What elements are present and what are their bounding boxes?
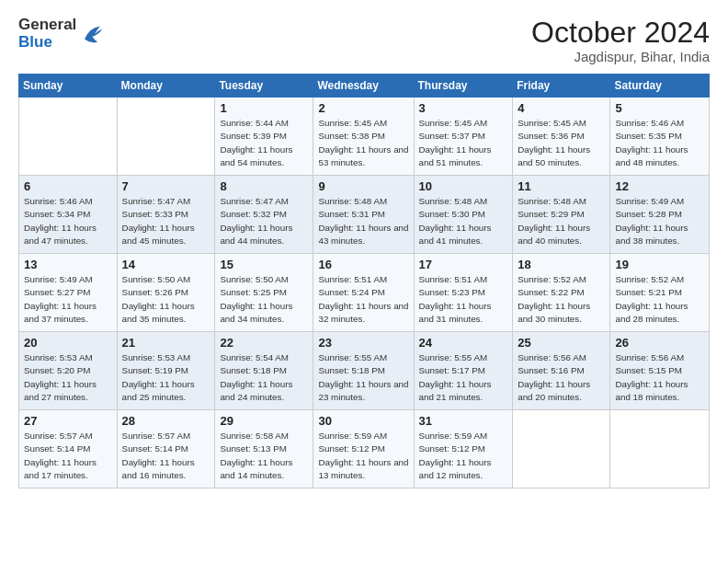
title-block: October 2024 Jagdispur, Bihar, India (531, 17, 710, 64)
day-number: 24 (419, 336, 508, 350)
calendar-cell: 19Sunrise: 5:52 AM Sunset: 5:21 PM Dayli… (610, 254, 710, 332)
day-info: Sunrise: 5:55 AM Sunset: 5:18 PM Dayligh… (318, 351, 408, 404)
day-number: 2 (318, 101, 408, 115)
logo-bird-icon (78, 21, 104, 47)
day-number: 19 (615, 258, 704, 271)
day-info: Sunrise: 5:51 AM Sunset: 5:23 PM Dayligh… (419, 273, 508, 326)
col-saturday: Saturday (610, 75, 710, 98)
day-info: Sunrise: 5:54 AM Sunset: 5:18 PM Dayligh… (220, 351, 308, 404)
day-info: Sunrise: 5:48 AM Sunset: 5:31 PM Dayligh… (318, 195, 408, 247)
day-info: Sunrise: 5:57 AM Sunset: 5:14 PM Dayligh… (24, 430, 112, 482)
day-info: Sunrise: 5:45 AM Sunset: 5:38 PM Dayligh… (318, 117, 408, 169)
col-tuesday: Tuesday (215, 75, 313, 98)
day-info: Sunrise: 5:59 AM Sunset: 5:12 PM Dayligh… (419, 430, 508, 482)
day-info: Sunrise: 5:49 AM Sunset: 5:28 PM Dayligh… (615, 195, 704, 247)
day-number: 1 (220, 101, 308, 115)
day-info: Sunrise: 5:48 AM Sunset: 5:30 PM Dayligh… (419, 195, 508, 247)
calendar-cell (513, 410, 610, 488)
calendar-cell: 3Sunrise: 5:45 AM Sunset: 5:37 PM Daylig… (414, 98, 513, 176)
day-info: Sunrise: 5:48 AM Sunset: 5:29 PM Dayligh… (518, 195, 605, 247)
week-row-3: 13Sunrise: 5:49 AM Sunset: 5:27 PM Dayli… (19, 254, 710, 332)
calendar-cell: 26Sunrise: 5:56 AM Sunset: 5:15 PM Dayli… (610, 332, 710, 410)
header: General Blue October 2024 Jagdispur, Bih… (18, 17, 710, 64)
calendar-cell: 1Sunrise: 5:44 AM Sunset: 5:39 PM Daylig… (215, 98, 313, 176)
day-number: 5 (615, 101, 704, 115)
day-info: Sunrise: 5:52 AM Sunset: 5:21 PM Dayligh… (615, 273, 704, 326)
day-info: Sunrise: 5:55 AM Sunset: 5:17 PM Dayligh… (419, 351, 508, 404)
day-info: Sunrise: 5:45 AM Sunset: 5:37 PM Dayligh… (419, 117, 508, 169)
week-row-5: 27Sunrise: 5:57 AM Sunset: 5:14 PM Dayli… (19, 410, 710, 488)
day-info: Sunrise: 5:46 AM Sunset: 5:35 PM Dayligh… (615, 117, 704, 169)
page: General Blue October 2024 Jagdispur, Bih… (0, 0, 728, 563)
calendar-cell: 5Sunrise: 5:46 AM Sunset: 5:35 PM Daylig… (610, 98, 710, 176)
day-number: 17 (419, 258, 508, 271)
day-number: 31 (419, 414, 508, 428)
day-info: Sunrise: 5:57 AM Sunset: 5:14 PM Dayligh… (122, 430, 210, 482)
day-info: Sunrise: 5:52 AM Sunset: 5:22 PM Dayligh… (518, 273, 605, 326)
day-info: Sunrise: 5:45 AM Sunset: 5:36 PM Dayligh… (518, 117, 605, 169)
day-number: 18 (518, 258, 605, 271)
location: Jagdispur, Bihar, India (531, 49, 710, 64)
day-number: 25 (518, 336, 605, 350)
calendar-cell: 30Sunrise: 5:59 AM Sunset: 5:12 PM Dayli… (313, 410, 414, 488)
logo-general-text: General (18, 17, 76, 34)
calendar-cell: 14Sunrise: 5:50 AM Sunset: 5:26 PM Dayli… (117, 254, 215, 332)
day-number: 6 (24, 179, 112, 193)
day-number: 23 (318, 336, 408, 350)
calendar-cell: 4Sunrise: 5:45 AM Sunset: 5:36 PM Daylig… (513, 98, 610, 176)
calendar-cell: 20Sunrise: 5:53 AM Sunset: 5:20 PM Dayli… (19, 332, 118, 410)
day-number: 3 (419, 101, 508, 115)
calendar-cell: 6Sunrise: 5:46 AM Sunset: 5:34 PM Daylig… (19, 176, 118, 254)
day-info: Sunrise: 5:56 AM Sunset: 5:15 PM Dayligh… (615, 351, 704, 404)
day-number: 20 (24, 336, 112, 350)
day-number: 26 (615, 336, 704, 350)
day-info: Sunrise: 5:46 AM Sunset: 5:34 PM Dayligh… (24, 195, 112, 247)
day-number: 10 (419, 179, 508, 193)
calendar-cell: 13Sunrise: 5:49 AM Sunset: 5:27 PM Dayli… (19, 254, 118, 332)
calendar-cell: 17Sunrise: 5:51 AM Sunset: 5:23 PM Dayli… (414, 254, 513, 332)
day-info: Sunrise: 5:53 AM Sunset: 5:19 PM Dayligh… (122, 351, 210, 404)
day-number: 11 (518, 179, 605, 193)
calendar-cell: 7Sunrise: 5:47 AM Sunset: 5:33 PM Daylig… (117, 176, 215, 254)
calendar-cell: 29Sunrise: 5:58 AM Sunset: 5:13 PM Dayli… (215, 410, 313, 488)
week-row-4: 20Sunrise: 5:53 AM Sunset: 5:20 PM Dayli… (19, 332, 710, 410)
day-number: 9 (318, 179, 408, 193)
calendar-cell (19, 98, 118, 176)
day-info: Sunrise: 5:58 AM Sunset: 5:13 PM Dayligh… (220, 430, 308, 482)
week-row-2: 6Sunrise: 5:46 AM Sunset: 5:34 PM Daylig… (19, 176, 710, 254)
calendar-cell: 24Sunrise: 5:55 AM Sunset: 5:17 PM Dayli… (414, 332, 513, 410)
day-info: Sunrise: 5:47 AM Sunset: 5:32 PM Dayligh… (220, 195, 308, 247)
calendar-cell: 31Sunrise: 5:59 AM Sunset: 5:12 PM Dayli… (414, 410, 513, 488)
calendar-cell: 11Sunrise: 5:48 AM Sunset: 5:29 PM Dayli… (513, 176, 610, 254)
calendar-cell: 8Sunrise: 5:47 AM Sunset: 5:32 PM Daylig… (215, 176, 313, 254)
day-info: Sunrise: 5:51 AM Sunset: 5:24 PM Dayligh… (318, 273, 408, 326)
col-monday: Monday (117, 75, 215, 98)
day-info: Sunrise: 5:50 AM Sunset: 5:25 PM Dayligh… (220, 273, 308, 326)
calendar-cell (610, 410, 710, 488)
calendar-cell (117, 98, 215, 176)
day-number: 28 (122, 414, 210, 428)
day-number: 29 (220, 414, 308, 428)
day-number: 14 (122, 258, 210, 271)
col-thursday: Thursday (414, 75, 513, 98)
calendar-cell: 18Sunrise: 5:52 AM Sunset: 5:22 PM Dayli… (513, 254, 610, 332)
day-info: Sunrise: 5:56 AM Sunset: 5:16 PM Dayligh… (518, 351, 605, 404)
day-number: 8 (220, 179, 308, 193)
calendar-cell: 27Sunrise: 5:57 AM Sunset: 5:14 PM Dayli… (19, 410, 118, 488)
day-info: Sunrise: 5:44 AM Sunset: 5:39 PM Dayligh… (220, 117, 308, 169)
calendar-cell: 2Sunrise: 5:45 AM Sunset: 5:38 PM Daylig… (313, 98, 414, 176)
day-number: 13 (24, 258, 112, 271)
day-number: 21 (122, 336, 210, 350)
calendar-table: Sunday Monday Tuesday Wednesday Thursday… (18, 74, 710, 488)
day-info: Sunrise: 5:50 AM Sunset: 5:26 PM Dayligh… (122, 273, 210, 326)
day-info: Sunrise: 5:49 AM Sunset: 5:27 PM Dayligh… (24, 273, 112, 326)
day-info: Sunrise: 5:53 AM Sunset: 5:20 PM Dayligh… (24, 351, 112, 404)
day-number: 27 (24, 414, 112, 428)
calendar-cell: 23Sunrise: 5:55 AM Sunset: 5:18 PM Dayli… (313, 332, 414, 410)
day-info: Sunrise: 5:59 AM Sunset: 5:12 PM Dayligh… (318, 430, 408, 482)
col-wednesday: Wednesday (313, 75, 414, 98)
day-number: 30 (318, 414, 408, 428)
month-title: October 2024 (531, 17, 710, 49)
calendar-cell: 16Sunrise: 5:51 AM Sunset: 5:24 PM Dayli… (313, 254, 414, 332)
calendar-cell: 22Sunrise: 5:54 AM Sunset: 5:18 PM Dayli… (215, 332, 313, 410)
